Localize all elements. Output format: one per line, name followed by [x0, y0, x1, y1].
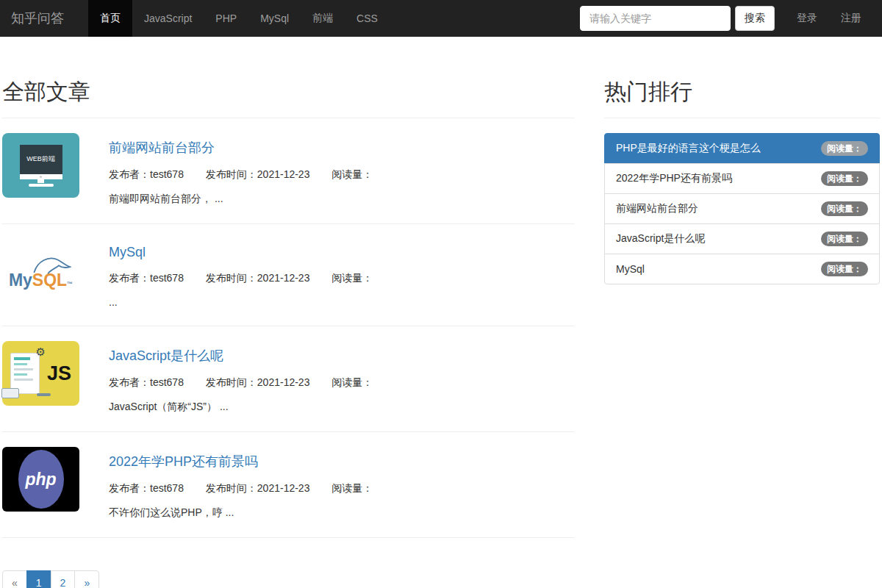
monitor-stand [37, 179, 44, 183]
article-date: 发布时间：2021-12-23 [206, 482, 310, 494]
ranking-item[interactable]: MySql 阅读量： [604, 254, 880, 284]
nav-item-frontend[interactable]: 前端 [301, 0, 345, 37]
hot-ranking-list: PHP是最好的语言这个梗是怎么 阅读量： 2022年学PHP还有前景吗 阅读量：… [604, 133, 880, 284]
register-link[interactable]: 注册 [829, 0, 873, 37]
article-title-link[interactable]: MySql [109, 245, 146, 260]
pagination-page-1-link[interactable]: 1 [26, 570, 51, 588]
pagination-prev-link[interactable]: « [2, 570, 27, 588]
ranking-item[interactable]: JavaScript是什么呢 阅读量： [604, 223, 880, 254]
article-excerpt: 前端即网站前台部分， ... [109, 193, 392, 206]
keyboard-icon [1, 388, 19, 398]
register-item[interactable]: 注册 [829, 0, 873, 37]
search-form: 搜索 [580, 0, 775, 37]
divider [2, 326, 575, 326]
nav-item-php[interactable]: PHP [204, 0, 248, 37]
divider [2, 537, 575, 538]
divider [2, 431, 575, 432]
views-badge: 阅读量： [821, 141, 868, 156]
php-logo-text: php [25, 470, 56, 490]
article-thumbnail-php[interactable]: php [2, 447, 79, 512]
article-thumbnail-mysql[interactable]: MySQL™ [2, 239, 79, 304]
nav-item-frontend-label[interactable]: 前端 [301, 0, 345, 37]
article-views: 阅读量： [331, 482, 373, 494]
article-date: 发布时间：2021-12-23 [206, 272, 310, 284]
article-item: MySQL™ MySql 发布者：test678 发布时间：2021-12-23… [2, 239, 575, 308]
article-thumbnail-javascript[interactable]: ⚙ JS [2, 341, 79, 406]
article-publisher: 发布者：test678 [109, 482, 184, 494]
brand[interactable]: 知乎问答 [0, 0, 75, 37]
article-publisher: 发布者：test678 [109, 376, 184, 388]
article-body: 2022年学PHP还有前景吗 发布者：test678 发布时间：2021-12-… [109, 447, 392, 520]
article-title-link[interactable]: JavaScript是什么呢 [109, 347, 223, 365]
divider [2, 118, 575, 118]
code-document-icon: ⚙ [10, 353, 40, 394]
nav-item-mysql[interactable]: MySql [248, 0, 301, 37]
article-publisher: 发布者：test678 [109, 168, 184, 180]
php-logo-ellipse: php [18, 450, 64, 509]
views-badge: 阅读量： [821, 201, 868, 216]
mysql-logo-my: My [9, 270, 32, 290]
article-excerpt: ... [109, 296, 392, 308]
article-views: 阅读量： [331, 272, 373, 284]
nav-item-home-label[interactable]: 首页 [88, 0, 132, 37]
ranking-item[interactable]: 前端网站前台部分 阅读量： [604, 193, 880, 224]
nav-item-javascript[interactable]: JavaScript [132, 0, 204, 37]
trademark-symbol: ™ [67, 281, 73, 287]
pagination-next-link[interactable]: » [74, 570, 99, 588]
article-title-link[interactable]: 前端网站前台部分 [109, 139, 215, 157]
page-content: 全部文章 WEB前端 前端网站前台部分 发布者：test678 发布时间：202… [0, 37, 882, 588]
article-date: 发布时间：2021-12-23 [206, 168, 310, 180]
auth-nav: 登录 注册 [785, 0, 873, 37]
monitor-icon: WEB前端 [20, 145, 62, 174]
pagination-page-1[interactable]: 1 [27, 570, 51, 588]
views-badge: 阅读量： [821, 262, 868, 276]
article-date: 发布时间：2021-12-23 [206, 376, 310, 388]
hot-ranking-title: 热门排行 [604, 77, 880, 107]
nav-item-mysql-label[interactable]: MySql [248, 0, 301, 37]
gear-icon: ⚙ [36, 346, 46, 357]
article-views: 阅读量： [331, 376, 373, 388]
ranking-item-label: 2022年学PHP还有前景吗 [616, 172, 732, 185]
nav-item-home[interactable]: 首页 [88, 0, 132, 37]
article-title-link[interactable]: 2022年学PHP还有前景吗 [109, 453, 258, 470]
article-body: 前端网站前台部分 发布者：test678 发布时间：2021-12-23 阅读量… [109, 133, 392, 206]
nav-item-css-label[interactable]: CSS [345, 0, 390, 37]
article-excerpt: JavaScript（简称“JS”） ... [109, 401, 392, 414]
nav-item-php-label[interactable]: PHP [204, 0, 248, 37]
ranking-item[interactable]: 2022年学PHP还有前景吗 阅读量： [604, 163, 880, 194]
pagination-prev[interactable]: « [2, 570, 27, 588]
nav-item-javascript-label[interactable]: JavaScript [132, 0, 204, 37]
divider [2, 223, 575, 224]
article-meta: 发布者：test678 发布时间：2021-12-23 阅读量： [109, 272, 392, 285]
pagination-next[interactable]: » [75, 570, 99, 588]
article-body: MySql 发布者：test678 发布时间：2021-12-23 阅读量： .… [109, 239, 392, 308]
views-badge: 阅读量： [821, 171, 868, 186]
ranking-item-label: MySql [616, 263, 645, 275]
login-item[interactable]: 登录 [785, 0, 829, 37]
ranking-item-label: PHP是最好的语言这个梗是怎么 [616, 142, 761, 155]
hot-ranking-section: 热门排行 PHP是最好的语言这个梗是怎么 阅读量： 2022年学PHP还有前景吗… [604, 37, 880, 588]
article-excerpt: 不许你们这么说PHP，哼 ... [109, 506, 392, 520]
main-nav: 首页 JavaScript PHP MySql 前端 CSS [88, 0, 390, 37]
pagination-page-2[interactable]: 2 [51, 570, 76, 588]
monitor-bezel [20, 174, 62, 179]
article-meta: 发布者：test678 发布时间：2021-12-23 阅读量： [109, 482, 392, 495]
monitor-base [29, 184, 54, 187]
navbar: 知乎问答 首页 JavaScript PHP MySql 前端 CSS 搜索 登… [0, 0, 882, 37]
articles-section-title: 全部文章 [2, 77, 575, 107]
js-logo-text: JS [47, 362, 71, 385]
ranking-item[interactable]: PHP是最好的语言这个梗是怎么 阅读量： [604, 133, 880, 164]
article-item: WEB前端 前端网站前台部分 发布者：test678 发布时间：2021-12-… [2, 133, 575, 206]
search-input[interactable] [580, 6, 731, 31]
pencil-icon [37, 393, 51, 396]
article-thumbnail-web-frontend[interactable]: WEB前端 [2, 133, 79, 198]
article-publisher: 发布者：test678 [109, 272, 184, 284]
nav-item-css[interactable]: CSS [345, 0, 390, 37]
search-button[interactable]: 搜索 [735, 6, 775, 31]
pagination-page-2-link[interactable]: 2 [51, 570, 76, 588]
articles-section: 全部文章 WEB前端 前端网站前台部分 发布者：test678 发布时间：202… [2, 37, 575, 588]
thumb-label: WEB前端 [26, 154, 55, 164]
login-link[interactable]: 登录 [785, 0, 829, 37]
article-meta: 发布者：test678 发布时间：2021-12-23 阅读量： [109, 168, 392, 182]
article-item: ⚙ JS JavaScript是什么呢 发布者：test678 发布时间：202… [2, 341, 575, 414]
